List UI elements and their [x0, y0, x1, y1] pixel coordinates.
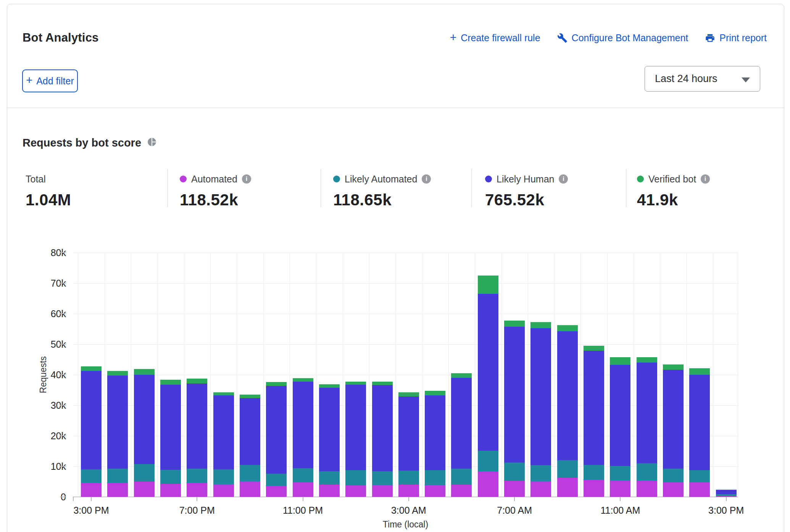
info-icon[interactable]: i: [559, 174, 568, 184]
bar-segment-likely-human: [584, 351, 604, 465]
bar-segment-likely-human: [425, 395, 445, 470]
bar-segment-likely-human: [637, 363, 657, 463]
bar-segment-verified-bot: [107, 371, 128, 376]
gridline-v: [290, 253, 290, 497]
bar-segment-likely-automated: [425, 470, 445, 485]
bar-segment-likely-automated: [107, 469, 128, 483]
gridline-v: [105, 253, 105, 497]
bar-segment-verified-bot: [319, 384, 340, 388]
stat-total-value: 1.04M: [26, 191, 171, 209]
plus-icon: +: [26, 75, 32, 86]
bar-segment-automated: [637, 480, 657, 497]
bar-segment-likely-human: [160, 385, 181, 469]
bar-segment-verified-bot: [451, 373, 472, 378]
bar-segment-automated: [372, 485, 393, 497]
add-filter-button[interactable]: + Add filter: [22, 69, 78, 92]
bar-segment-likely-human: [187, 384, 207, 469]
bar-segment-likely-human: [240, 398, 260, 465]
bar-segment-automated: [160, 484, 181, 497]
print-report-label: Print report: [719, 32, 767, 44]
bar-segment-likely-human: [478, 294, 498, 451]
x-axis-origin-tick: [73, 497, 74, 501]
gridline-h: [73, 283, 738, 284]
time-range-value: Last 24 hours: [655, 73, 717, 85]
likely-automated-legend-dot: [333, 176, 340, 182]
x-tick-mark: [620, 497, 621, 501]
section-title-text: Requests by bot score: [23, 137, 141, 149]
bot-analytics-screen: Bot Analytics + Create firewall rule Con…: [0, 0, 790, 532]
stat-likely-automated-value: 118.65k: [333, 191, 478, 209]
y-tick-mark: [60, 435, 66, 436]
bar-segment-verified-bot: [134, 369, 155, 375]
bar-segment-likely-automated: [530, 465, 551, 481]
stat-divider: [321, 169, 321, 207]
bar-segment-likely-automated: [478, 451, 498, 471]
bar-segment-likely-automated: [266, 474, 287, 486]
stat-verified-bot: Verified bot i 41.9k: [637, 173, 782, 209]
bar-segment-likely-human: [689, 375, 710, 470]
stat-divider: [471, 169, 472, 207]
stat-divider: [168, 169, 168, 207]
x-tick-mark: [197, 497, 197, 501]
bar-segment-verified-bot: [266, 382, 287, 386]
gridline-h: [73, 344, 738, 345]
x-tick-label: 11:00 PM: [272, 505, 334, 516]
gridline-h: [73, 253, 738, 253]
x-axis-title: Time (local): [73, 519, 738, 530]
gridline-v: [157, 253, 158, 497]
header-actions: + Create firewall rule Configure Bot Man…: [450, 31, 767, 45]
bar-segment-verified-bot: [160, 380, 181, 385]
gridline-v: [687, 253, 687, 497]
y-tick-mark: [60, 405, 66, 406]
configure-bot-management-label: Configure Bot Management: [572, 32, 688, 44]
bar-segment-verified-bot: [425, 391, 445, 396]
bar-segment-automated: [107, 483, 128, 497]
y-tick-mark: [60, 344, 66, 345]
gridline-v: [369, 253, 369, 497]
gridline-v: [184, 253, 184, 497]
bar-segment-verified-bot: [372, 382, 393, 385]
print-report-link[interactable]: Print report: [705, 32, 767, 44]
x-tick-label: 11:00 AM: [590, 505, 651, 516]
bar-segment-likely-automated: [134, 464, 155, 482]
bar-segment-automated: [240, 481, 260, 497]
bar-segment-likely-automated: [689, 470, 710, 482]
time-range-dropdown[interactable]: Last 24 hours: [645, 66, 760, 92]
bar-segment-verified-bot: [240, 395, 260, 398]
info-icon[interactable]: i: [701, 174, 710, 184]
info-icon[interactable]: i: [422, 174, 431, 184]
x-tick-mark: [408, 497, 409, 501]
bar-segment-likely-human: [107, 376, 128, 469]
bar-segment-verified-bot: [345, 382, 366, 385]
bar-segment-automated: [213, 484, 234, 497]
create-firewall-rule-link[interactable]: + Create firewall rule: [450, 32, 540, 44]
plus-icon: +: [450, 32, 457, 43]
y-tick-mark: [60, 374, 66, 375]
x-tick-mark: [303, 497, 303, 501]
gridline-v: [395, 253, 396, 497]
bar-segment-automated: [610, 480, 630, 497]
bar-segment-likely-automated: [213, 469, 234, 484]
bar-segment-automated: [134, 482, 155, 497]
info-icon[interactable]: i: [242, 174, 251, 184]
bar-segment-automated: [319, 485, 340, 497]
page-title: Bot Analytics: [23, 31, 99, 45]
x-tick-label: 7:00 AM: [484, 505, 545, 516]
bar-segment-likely-human: [293, 382, 313, 468]
pie-chart-icon: [147, 137, 157, 150]
bar-segment-automated: [398, 485, 419, 497]
bar-segment-automated: [663, 482, 684, 497]
stat-total-label: Total: [26, 174, 46, 185]
bar-segment-likely-human: [663, 370, 684, 469]
bot-analytics-card: Bot Analytics + Create firewall rule Con…: [7, 4, 784, 532]
chevron-down-icon: [742, 77, 750, 82]
stat-likely-human: Likely Human i 765.52k: [485, 173, 630, 209]
y-tick-mark: [60, 252, 66, 253]
configure-bot-management-link[interactable]: Configure Bot Management: [557, 32, 688, 44]
likely-human-legend-dot: [485, 176, 492, 182]
gridline-v: [713, 253, 713, 497]
bar-segment-likely-automated: [240, 465, 260, 481]
bar-segment-likely-automated: [81, 469, 102, 483]
y-tick-mark: [60, 313, 66, 314]
x-tick-mark: [514, 497, 515, 501]
